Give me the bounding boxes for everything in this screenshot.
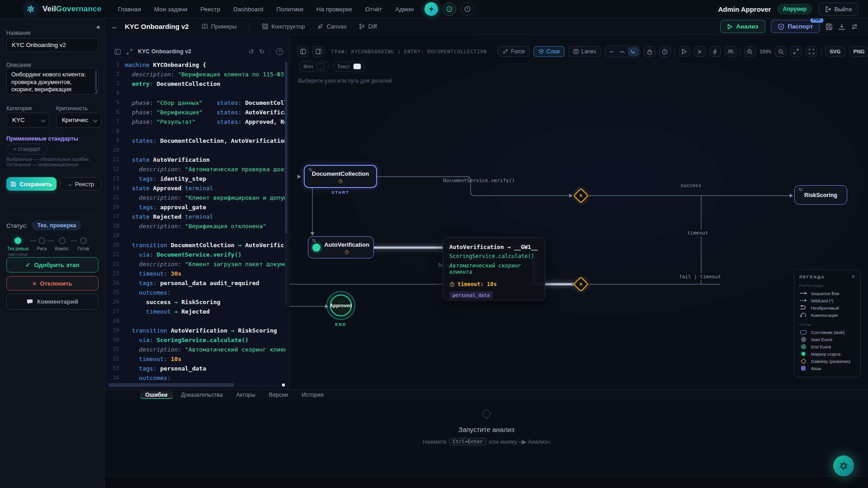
code-line[interactable]: 21 via: DocumentService.verify() [105,250,286,259]
help-button[interactable]: ? [276,48,283,55]
standards-label: Применяемые стандарты [6,136,78,142]
code-line[interactable]: 11 state AutoVerification [105,155,286,164]
graph-canvas[interactable]: ГРАФ: KYCONBOARDING | ENTRY: DOCUMENTCOL… [289,35,868,389]
nav-item[interactable]: Админ [395,6,414,13]
panel-icon[interactable] [114,49,121,55]
code-line[interactable]: 22 description: "Клиент загрузил пакет д… [105,259,286,269]
name-input[interactable]: KYC Onboarding v2 [6,38,99,52]
code-line[interactable]: 30 via: ScoringService.calculate() [105,335,286,345]
nav-item[interactable]: Отчёт [365,6,382,13]
back-button[interactable]: ← [111,23,118,31]
nav-item[interactable]: Мои задачи [154,6,188,13]
empty-state-title: Запустите анализ [458,426,514,433]
code-line[interactable]: 9 states: DocumentCollection, AutoVerifi… [105,136,286,145]
code-line[interactable]: 15 description: "Клиент верифицирован и … [105,193,286,202]
code-line[interactable]: 24 tags: personal_data audit_required [105,278,286,288]
code-line[interactable]: 2 description: "Верификация клиента по 1… [105,70,286,79]
floppy-icon [10,181,16,187]
code-line[interactable]: 29 transition AutoVerification → RiskSco… [105,326,286,335]
code-line[interactable]: 31 description: "Автоматический скоринг … [105,345,286,354]
add-standard-input[interactable]: + стандарт [6,144,47,155]
save-icon-button[interactable] [826,23,833,30]
nav-item[interactable]: Политики [276,6,303,13]
code-line[interactable]: 25 outcomes: [105,288,286,297]
code-line[interactable]: 20 transition DocumentCollection → AutoV… [105,240,286,250]
code-line[interactable]: 13 tags: identity_step [105,174,286,183]
code-line[interactable]: 16 tags: approval_gate [105,202,286,212]
code-line[interactable]: 27 timeout → Rejected [105,307,286,316]
undo-button[interactable]: ↺ [249,48,254,55]
code-line[interactable]: 4 [105,89,286,98]
create-button[interactable]: + [425,2,438,16]
description-textarea[interactable]: Онбординг нового клиента: проверка докум… [6,68,99,95]
nav-item[interactable]: Реестр [200,6,220,13]
code-line[interactable]: 3 entry: DocumentCollection [105,79,286,89]
node-approved-end-event[interactable]: Approved [326,291,355,320]
code-line[interactable]: 32 timeout: 10s [105,354,286,364]
canvas-tab-button[interactable]: Canvas [317,23,346,30]
passport-button[interactable]: Паспорт PDF [771,20,820,33]
code-line[interactable]: 6 phase: "Верификация" states: AutoVerif… [105,108,286,117]
nav-item[interactable]: На проверке [316,6,352,13]
compass-button[interactable] [443,2,456,16]
edge-label-verify[interactable]: DocumentService.verify() [443,178,515,183]
code-line[interactable]: 33 tags: personal_data [105,364,286,373]
approve-stage-button[interactable]: ✓ Одобрить этап [6,257,99,272]
code-line[interactable]: 5 phase: "Сбор данных" states: DocumentC… [105,98,286,108]
analyze-button[interactable]: Анализ [720,20,765,33]
tab-Акторы[interactable]: Акторы [231,391,260,399]
save-button[interactable]: Сохранить [6,177,57,191]
node-autoverification[interactable]: AutoVerification ◷ [308,236,374,258]
task-legend-icon [799,330,807,334]
diff-button[interactable]: Diff [359,23,377,30]
code-line[interactable]: 23 timeout: 30s [105,269,286,278]
textarea-resize-grip[interactable] [94,90,97,94]
legend-close-button[interactable]: ✕ [851,274,855,280]
edge-label-success[interactable]: success [680,183,701,188]
tab-Доказательства[interactable]: Доказательства [176,391,228,399]
severity-select[interactable]: Критичес [56,113,101,127]
code-line[interactable]: 19 [105,231,286,240]
settings-sliders-button[interactable] [851,23,858,30]
tab-Ошибки[interactable]: Ошибки [140,391,173,399]
editor-horizontal-scrollbar[interactable] [108,383,282,387]
node-documentcollection[interactable]: DocumentCollection ◷ [304,165,377,188]
download-icon-button[interactable] [838,23,845,30]
examples-button[interactable]: Примеры [202,23,237,30]
redo-button[interactable]: ↻ [259,48,264,55]
code-line[interactable]: 1machine KYCOnboarding { [105,60,286,70]
node-riskscoring[interactable]: RiskScoring [794,185,847,205]
code-line[interactable]: 14 state Approved terminal [105,183,286,193]
logout-button[interactable]: Выйти [819,3,859,16]
code-line[interactable]: 28 [105,316,286,326]
nav-item[interactable]: Главная [118,6,141,13]
comment-button[interactable]: Комментарий [6,294,99,310]
code-line[interactable]: 26 success → RiskScoring [105,297,286,307]
constructor-button[interactable]: Конструктор [262,23,305,30]
code-line[interactable]: 10 [105,145,286,155]
nav-item[interactable]: Dashboard [233,6,263,13]
edge-label-timeout[interactable]: timeout [686,230,709,236]
reject-button[interactable]: × Отклонить [6,276,99,291]
code-line[interactable]: 18 description: "Верификация отклонена" [105,221,286,231]
edge-label-fail-timeout[interactable]: fail | timeout [678,273,722,280]
code-line[interactable]: 7 phase: "Результат" states: Approved, R… [105,117,286,127]
code-line[interactable]: 17 state Rejected terminal [105,212,286,221]
code-line[interactable]: 8 [105,127,286,136]
code-area[interactable]: 1machine KYCOnboarding {2 description: "… [105,60,286,386]
legend-item: Необратимый [799,304,855,311]
tab-Версии[interactable]: Версии [264,391,293,399]
tab-История[interactable]: История [297,391,328,399]
textarea-scrollbar[interactable] [95,70,97,91]
expand-icon[interactable] [127,49,132,55]
clock-status-button[interactable] [461,2,474,16]
toolbar-divider [249,23,250,30]
editor-vertical-scrollbar[interactable] [285,62,288,306]
sidebar-collapse-button[interactable]: ◀ [93,23,102,31]
code-line[interactable]: 34 outcomes: [105,373,286,383]
category-select[interactable]: KYC [6,113,49,127]
registry-button[interactable]: ← Реестр [60,177,101,191]
code-line[interactable]: 12 description: "Автоматическая проверка… [105,164,286,174]
code-editor-panel: KYC Onboarding v2 ↺ ↻ ? 1machine KYCOnbo… [105,35,289,389]
floating-action-button[interactable] [833,455,854,476]
